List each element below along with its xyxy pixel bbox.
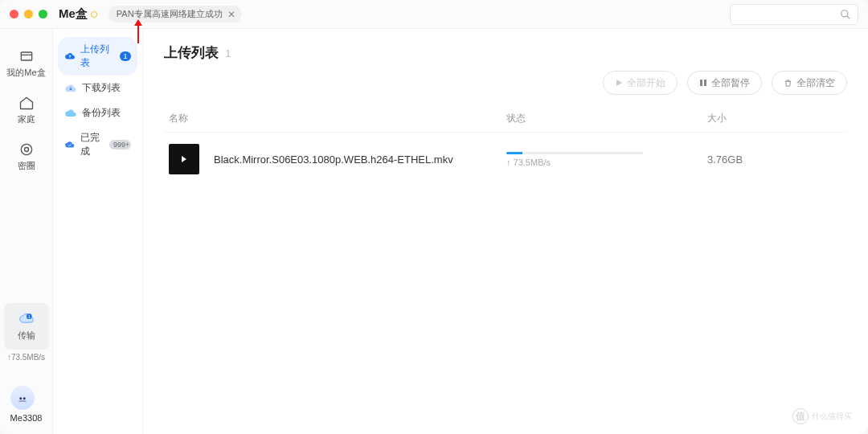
primary-nav: 我的Me盒 家庭 密圈 1 传输 ↑73.5MB/s Me3308 xyxy=(0,29,53,434)
svg-point-6 xyxy=(24,148,28,152)
table-header: 名称 状态 大小 xyxy=(164,112,847,132)
sidebar-item-completed[interactable]: 已完成 999+ xyxy=(58,125,137,164)
upload-speed: ↑ 73.5MB/s xyxy=(506,158,707,167)
pause-icon xyxy=(699,79,707,87)
status-dot-icon xyxy=(91,11,97,18)
sidebar-item-upload-list[interactable]: 上传列表 1 xyxy=(58,37,137,76)
svg-text:1: 1 xyxy=(27,314,30,319)
svg-point-0 xyxy=(841,10,848,16)
nav-family[interactable]: 家庭 xyxy=(4,87,49,133)
pause-all-button[interactable]: 全部暂停 xyxy=(687,71,762,95)
cloud-transfer-icon: 1 xyxy=(18,311,35,327)
table-row[interactable]: Black.Mirror.S06E03.1080p.WEB.h264-ETHEL… xyxy=(164,132,847,186)
sidebar-item-label: 上传列表 xyxy=(80,43,114,70)
close-icon[interactable] xyxy=(10,10,18,18)
file-size: 3.76GB xyxy=(707,154,842,166)
cloud-upload-icon xyxy=(64,50,76,63)
cloud-download-icon xyxy=(64,82,77,95)
window-controls xyxy=(10,10,47,18)
avatar xyxy=(10,386,35,410)
avatar-icon xyxy=(15,391,30,405)
maximize-icon[interactable] xyxy=(39,10,47,18)
cloud-done-icon xyxy=(64,138,76,151)
page-title: 上传列表 xyxy=(164,43,219,62)
watermark: 值什么值得买 xyxy=(792,408,852,424)
count-badge: 1 xyxy=(120,51,131,61)
secondary-nav: 上传列表 1 下载列表 备份列表 已完成 999+ xyxy=(53,29,143,434)
search-input[interactable] xyxy=(730,4,858,25)
svg-rect-4 xyxy=(21,52,31,60)
clear-all-button[interactable]: 全部清空 xyxy=(772,71,847,95)
sidebar-item-label: 下载列表 xyxy=(82,81,121,95)
svg-rect-12 xyxy=(704,80,706,86)
nav-transfer[interactable]: 1 传输 xyxy=(4,303,49,350)
svg-line-1 xyxy=(847,15,850,18)
file-name: Black.Mirror.S06E03.1080p.WEB.h264-ETHEL… xyxy=(214,154,453,166)
col-status: 状态 xyxy=(506,112,707,125)
box-icon xyxy=(18,48,35,64)
count-badge: 999+ xyxy=(109,140,131,149)
play-icon xyxy=(615,79,623,87)
video-thumbnail-icon xyxy=(169,144,199,174)
lock-circle-icon xyxy=(18,141,35,158)
sidebar-item-backup-list[interactable]: 备份列表 xyxy=(58,100,137,125)
svg-rect-11 xyxy=(700,80,702,86)
username: Me3308 xyxy=(10,413,43,423)
search-icon xyxy=(840,9,851,20)
app-title: Me盒 xyxy=(59,6,97,22)
close-icon[interactable]: ✕ xyxy=(227,9,235,20)
cloud-backup-icon xyxy=(64,107,77,120)
user-profile[interactable]: Me3308 xyxy=(10,386,43,423)
item-count: 1 xyxy=(225,48,231,59)
sidebar-item-download-list[interactable]: 下载列表 xyxy=(58,76,137,100)
sidebar-item-label: 备份列表 xyxy=(82,106,121,120)
transfer-speed: ↑73.5MB/s xyxy=(7,353,45,362)
sidebar-item-label: 已完成 xyxy=(80,131,104,158)
nav-my-box[interactable]: 我的Me盒 xyxy=(4,40,49,87)
progress-bar xyxy=(506,152,643,154)
svg-point-5 xyxy=(21,144,31,154)
start-all-button[interactable]: 全部开始 xyxy=(603,71,678,95)
home-icon xyxy=(18,95,35,111)
title-bar: Me盒 PAN专属高速网络建立成功 ✕ xyxy=(0,0,868,29)
trash-icon xyxy=(784,79,792,88)
svg-point-10 xyxy=(23,397,25,399)
minimize-icon[interactable] xyxy=(24,10,33,18)
tab-network-status[interactable]: PAN专属高速网络建立成功 ✕ xyxy=(108,6,242,23)
tab-label: PAN专属高速网络建立成功 xyxy=(117,8,223,20)
col-size: 大小 xyxy=(707,112,842,125)
svg-point-9 xyxy=(19,397,22,399)
nav-private-circle[interactable]: 密圈 xyxy=(4,133,49,180)
content-pane: 上传列表 1 全部开始 全部暂停 全部清空 名称 状态 大小 Bl xyxy=(143,29,868,434)
col-name: 名称 xyxy=(169,112,506,125)
